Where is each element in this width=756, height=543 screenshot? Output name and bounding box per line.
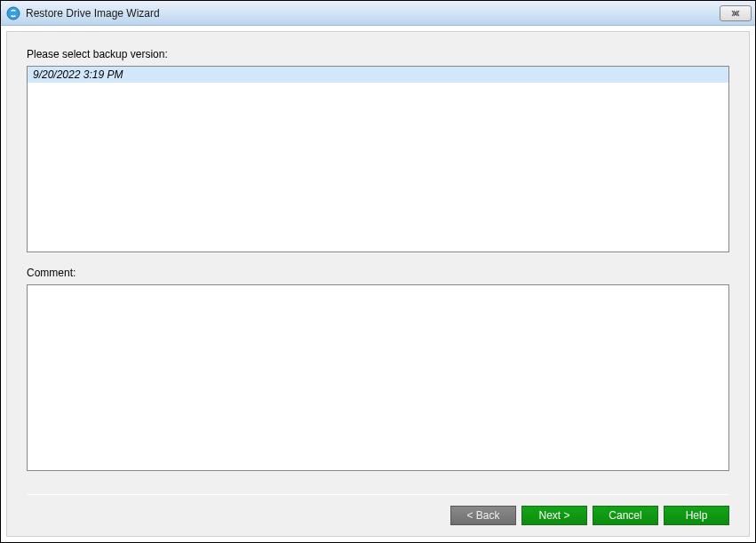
back-button: < Back (450, 506, 516, 525)
backup-version-list[interactable]: 9/20/2022 3:19 PM (27, 66, 729, 252)
select-backup-label: Please select backup version: (27, 48, 729, 60)
content-panel: Please select backup version: 9/20/2022 … (6, 31, 750, 537)
svg-point-0 (7, 7, 20, 20)
close-button[interactable] (720, 5, 752, 21)
next-button[interactable]: Next > (521, 506, 587, 525)
window-body: Please select backup version: 9/20/2022 … (1, 26, 755, 542)
button-area: < Back Next > Cancel Help (27, 494, 729, 525)
app-icon (6, 6, 20, 20)
separator (27, 494, 729, 495)
help-button[interactable]: Help (664, 506, 729, 525)
comment-label: Comment: (27, 267, 729, 279)
window-title: Restore Drive Image Wizard (26, 7, 720, 20)
titlebar[interactable]: Restore Drive Image Wizard (1, 1, 755, 26)
backup-version-item[interactable]: 9/20/2022 3:19 PM (28, 67, 728, 83)
cancel-button[interactable]: Cancel (593, 506, 658, 525)
wizard-window: Restore Drive Image Wizard Please select… (0, 0, 756, 543)
close-icon (730, 10, 741, 17)
comment-textbox[interactable] (27, 284, 729, 471)
button-row: < Back Next > Cancel Help (27, 506, 729, 525)
